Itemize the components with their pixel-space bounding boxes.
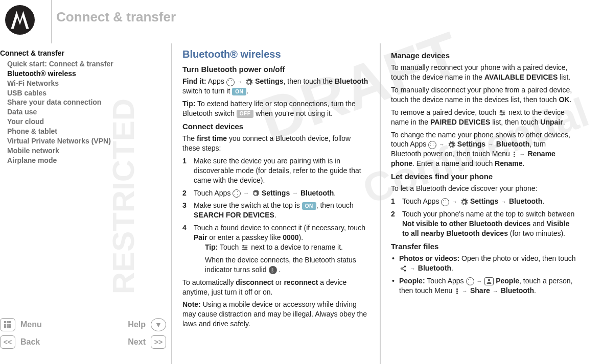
heading-transfer-files: Transfer files: [391, 241, 578, 252]
apps-icon: [226, 78, 235, 86]
svg-rect-13: [246, 247, 247, 248]
svg-rect-8: [9, 326, 11, 328]
sidebar: Connect & transfer Quick start: Connect …: [0, 43, 171, 364]
note-line: Note: Using a mobile device or accessory…: [182, 300, 369, 329]
header: Connect & transfer: [0, 0, 602, 43]
arrow-icon: →: [476, 278, 482, 284]
share-icon: [399, 264, 407, 273]
svg-point-23: [404, 270, 405, 271]
next-button[interactable]: Next: [110, 337, 146, 347]
step-1: Make sure the device you are pairing wit…: [182, 156, 369, 185]
svg-rect-4: [7, 324, 9, 326]
back-icon[interactable]: <<: [0, 335, 15, 349]
people-icon: [484, 277, 494, 285]
manage-p3: To remove a paired device, touch next to…: [391, 108, 578, 127]
lf-step-1: Touch Apps → Settings → Bluetooth.: [391, 197, 578, 206]
svg-point-21: [401, 268, 402, 269]
heading-bluetooth-wireless: Bluetooth® wireless: [182, 47, 369, 61]
help-down-icon[interactable]: ▼: [151, 318, 166, 331]
svg-rect-12: [243, 246, 244, 247]
gear-icon: [251, 189, 260, 198]
arrow-icon: →: [243, 190, 249, 196]
content-column-1: Bluetooth® wireless Turn Bluetooth power…: [172, 43, 380, 364]
heading-turn-power: Turn Bluetooth power on/off: [182, 64, 369, 75]
svg-rect-14: [244, 249, 245, 250]
svg-line-25: [402, 269, 405, 271]
find-it-line: Find it: Apps → Settings, then touch the…: [182, 77, 369, 96]
nav-item-quick-start[interactable]: Quick start: Connect & transfer: [0, 59, 166, 69]
svg-rect-5: [9, 324, 11, 326]
manage-p2: To manually disconnect your phone from a…: [391, 85, 578, 105]
let-find-intro: To let a Bluetooth device discover your …: [391, 184, 578, 193]
tip-line: Tip: To extend battery life or stop conn…: [182, 99, 369, 118]
svg-point-22: [404, 266, 405, 267]
motorola-logo: [5, 5, 35, 35]
arrow-icon: →: [409, 265, 416, 272]
sliders-icon: [241, 244, 249, 252]
nav-item-vpn[interactable]: Virtual Private Networks (VPN): [0, 136, 166, 146]
svg-rect-6: [4, 326, 6, 328]
back-button[interactable]: Back: [20, 337, 56, 347]
on-pill: ON: [302, 202, 316, 210]
nav-item-phone-tablet[interactable]: Phone & tablet: [0, 127, 166, 136]
svg-rect-18: [501, 111, 502, 112]
arrow-icon: →: [461, 288, 468, 294]
step-4: Touch a found device to connect it (if n…: [182, 223, 369, 274]
step-4-solid: When the device connects, the Bluetooth …: [194, 255, 369, 275]
header-divider: [51, 0, 52, 43]
apps-icon: [466, 277, 474, 285]
bullet-photos: Photos or videos: Open the photo or vide…: [391, 254, 578, 273]
apps-icon: [233, 189, 241, 198]
manage-p4: To change the name your phone shows to o…: [391, 130, 578, 169]
menu-dots-icon: [512, 151, 517, 159]
sliders-icon: [498, 109, 506, 117]
arrow-icon: →: [500, 199, 507, 205]
transfer-bullets: Photos or videos: Open the photo or vide…: [391, 254, 578, 296]
nav-item-share-data[interactable]: Share your data connection: [0, 98, 166, 107]
nav-item-usb[interactable]: USB cables: [0, 88, 166, 98]
footer-nav: Menu Help ▼ << Back Next >>: [0, 314, 166, 359]
svg-rect-7: [7, 326, 9, 328]
svg-rect-1: [7, 321, 9, 323]
menu-dots-icon: [454, 287, 459, 295]
bluetooth-solid-icon: ᛒ: [269, 266, 277, 274]
svg-rect-3: [4, 324, 6, 326]
next-icon[interactable]: >>: [151, 335, 166, 349]
svg-rect-2: [9, 321, 11, 323]
let-find-steps: Touch Apps → Settings → Bluetooth. Touch…: [391, 197, 578, 238]
arrow-icon: →: [292, 190, 298, 196]
menu-grid-icon[interactable]: [0, 318, 15, 331]
first-time-line: The first time you connect a Bluetooth d…: [182, 134, 369, 153]
svg-rect-20: [501, 114, 502, 115]
arrow-icon: →: [488, 141, 494, 148]
nav-item-data-use[interactable]: Data use: [0, 107, 166, 117]
arrow-icon: →: [438, 141, 445, 148]
page-title: Connect & transfer: [56, 9, 176, 25]
nav-item-bluetooth[interactable]: Bluetooth® wireless: [0, 69, 166, 79]
nav-item-airplane[interactable]: Airplane mode: [0, 156, 166, 165]
off-pill: OFF: [237, 110, 254, 118]
bullet-people: People: Touch Apps → People, touch a per…: [391, 276, 578, 296]
nav-section-title[interactable]: Connect & transfer: [0, 48, 166, 58]
heading-connect-devices: Connect devices: [182, 122, 369, 132]
help-button[interactable]: Help: [110, 320, 146, 329]
step-2: Touch Apps → Settings → Bluetooth.: [182, 188, 369, 198]
nav-item-mobile-network[interactable]: Mobile network: [0, 146, 166, 156]
disconnect-line: To automatically disconnect or reconnect…: [182, 278, 369, 297]
settings-bold: Settings: [255, 77, 283, 85]
heading-let-find: Let devices find your phone: [391, 172, 578, 182]
nav-item-cloud[interactable]: Your cloud: [0, 117, 166, 127]
apps-icon: [441, 198, 449, 206]
nav-item-wifi[interactable]: Wi-Fi Networks: [0, 79, 166, 88]
apps-icon: [428, 141, 436, 149]
arrow-icon: →: [451, 199, 458, 205]
find-it-label: Find it:: [182, 77, 206, 85]
gear-icon: [460, 198, 468, 206]
nav: Connect & transfer Quick start: Connect …: [0, 48, 166, 165]
manage-p1: To manually reconnect your phone with a …: [391, 63, 578, 82]
svg-point-26: [488, 279, 491, 282]
menu-button[interactable]: Menu: [20, 320, 56, 329]
heading-manage-devices: Manage devices: [391, 51, 578, 61]
arrow-icon: →: [492, 288, 499, 294]
svg-rect-0: [4, 321, 6, 323]
